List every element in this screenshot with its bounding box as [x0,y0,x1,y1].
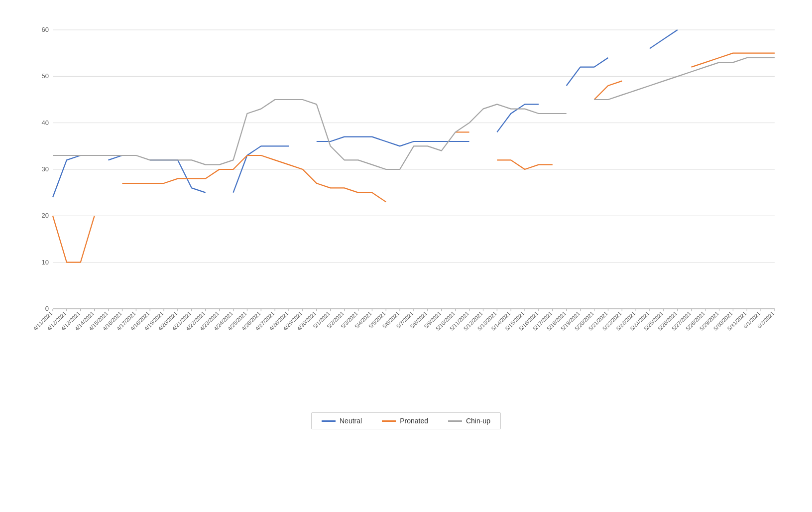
svg-text:60: 60 [41,26,48,33]
chart-area: 01020304050604/11/20214/12/20214/13/2021… [23,20,790,408]
legend-item-neutral: Neutral [322,417,362,425]
svg-text:50: 50 [41,72,48,80]
pronated-label: Pronated [400,417,428,425]
chinup-label: Chin-up [466,417,490,425]
chart-container: 01020304050604/11/20214/12/20214/13/2021… [0,0,812,512]
legend-item-pronated: Pronated [382,417,428,425]
chart-legend: Neutral Pronated Chin-up [311,412,501,429]
chinup-line-icon [448,420,462,422]
legend-item-chinup: Chin-up [448,417,490,425]
neutral-label: Neutral [340,417,362,425]
svg-text:30: 30 [41,165,48,173]
svg-text:20: 20 [41,212,48,219]
line-chart: 01020304050604/11/20214/12/20214/13/2021… [23,20,790,408]
svg-text:10: 10 [41,258,48,266]
pronated-line-icon [382,420,396,422]
svg-text:40: 40 [41,119,48,127]
neutral-line-icon [322,420,336,422]
